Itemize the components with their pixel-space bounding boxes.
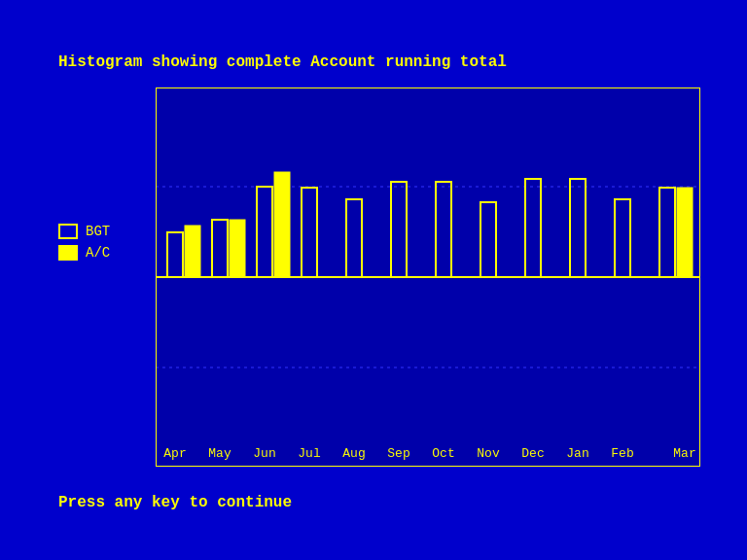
svg-text:Jan: Jan [566,446,588,461]
svg-text:Nov: Nov [477,446,500,461]
svg-rect-19 [677,188,693,277]
svg-text:Feb: Feb [611,446,633,461]
press-key-text: Press any key to continue [58,494,292,511]
svg-text:May: May [208,446,231,461]
svg-text:Jun: Jun [253,446,275,461]
svg-rect-9 [274,172,290,277]
svg-rect-5 [185,226,200,277]
svg-rect-7 [230,220,245,277]
svg-text:Apr: Apr [163,446,186,461]
chart-area: Apr May Jun Jul Aug Sep Oct Nov Dec Jan … [58,88,700,467]
svg-text:Sep: Sep [387,446,409,461]
svg-text:Jul: Jul [298,446,321,461]
page-title: Histogram showing complete Account runni… [58,53,507,71]
svg-text:Mar: Mar [673,446,695,461]
svg-text:Oct: Oct [432,446,454,461]
svg-text:Aug: Aug [342,446,365,461]
chart-svg: Apr May Jun Jul Aug Sep Oct Nov Dec Jan … [156,88,700,467]
svg-text:Dec: Dec [521,446,544,461]
